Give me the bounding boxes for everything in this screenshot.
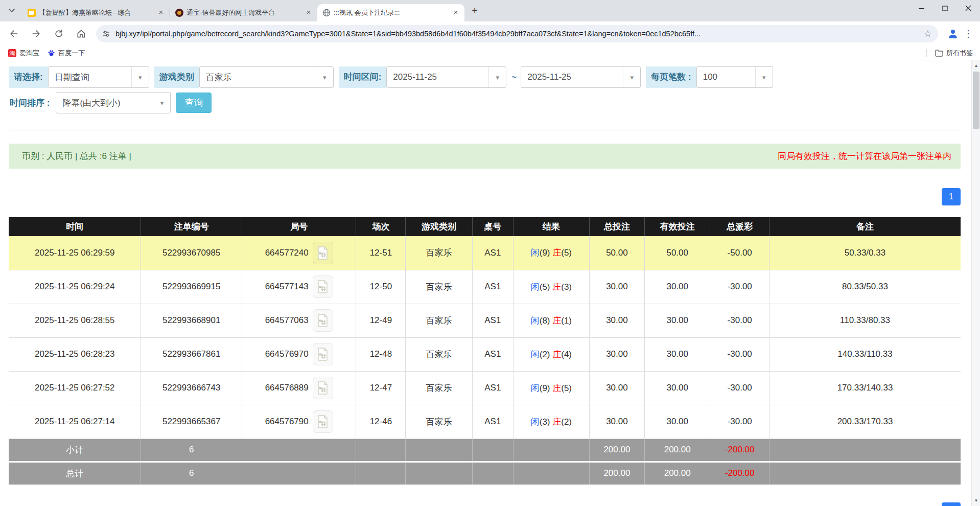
cell-table-no: AS1 (472, 371, 513, 405)
date-to-select[interactable]: 2025-11-25 ▾ (521, 66, 641, 88)
tab-close-icon[interactable]: × (156, 8, 166, 17)
table-row: 2025-11-25 06:27:52522993666743664576889… (9, 371, 961, 405)
all-bookmarks[interactable]: 所有书签 (926, 49, 980, 58)
cell-game-type: 百家乐 (406, 304, 472, 337)
cell-time: 2025-11-25 06:29:24 (9, 270, 141, 304)
bookmark-baidu[interactable]: 百度一下 (48, 49, 85, 58)
cell-bet-id: 522993669915 (141, 270, 242, 304)
cell-table-no: AS1 (472, 304, 513, 337)
cell-valid-bet: 50.00 (644, 236, 710, 270)
cell-payout: -30.00 (710, 337, 769, 371)
chevron-down-icon: ▾ (488, 67, 506, 87)
back-icon[interactable] (5, 25, 22, 42)
cell-session: 12-49 (356, 304, 406, 337)
cell-bet-id: 522993667861 (141, 337, 242, 371)
scroll-up-icon[interactable]: ▲ (972, 61, 980, 70)
browser-window: 【新提醒】海燕策略论坛 - 综合 × 通宝-信誉最好的网上游戏平台 × :::视… (0, 0, 980, 506)
reload-icon[interactable] (50, 25, 67, 42)
page-content: 请选择: 日期查询 ▾ 游戏类别 百家乐 ▾ 时间区间: 2025-11-25 … (0, 60, 980, 506)
profile-avatar[interactable] (945, 26, 961, 41)
column-header: 局号 (242, 217, 356, 236)
query-type-select[interactable]: 日期查询 ▾ (48, 66, 149, 88)
footer-valid-bet: 200.00 (644, 439, 710, 462)
video-replay-button[interactable] (313, 242, 333, 264)
game-type-select[interactable]: 百家乐 ▾ (199, 66, 334, 88)
page-size-label: 每页笔数 : (646, 66, 696, 88)
bookmarks-separator (926, 49, 927, 57)
filter-row-1: 请选择: 日期查询 ▾ 游戏类别 百家乐 ▾ 时间区间: 2025-11-25 … (9, 66, 961, 88)
baidu-paw-icon (48, 49, 55, 57)
cell-valid-bet: 30.00 (644, 371, 710, 405)
video-replay-button[interactable] (313, 275, 333, 298)
cell-valid-bet: 30.00 (644, 304, 710, 337)
cell-session: 12-51 (356, 236, 406, 270)
time-range-label: 时间区间: (339, 66, 387, 88)
cell-valid-bet: 30.00 (644, 337, 710, 371)
footer-empty-cell (406, 439, 472, 462)
maximize-button[interactable] (933, 0, 956, 16)
pagination-page-1[interactable]: 1 (942, 188, 961, 205)
video-replay-button[interactable] (313, 410, 333, 433)
cell-result: 闲(9) 庄(5) (513, 236, 589, 270)
table-row: 2025-11-25 06:29:24522993669915664577143… (9, 270, 961, 304)
cell-result: 闲(3) 庄(2) (513, 405, 589, 439)
browser-tab-1[interactable]: 【新提醒】海燕策略论坛 - 综合 × (22, 4, 170, 21)
scrollbar-thumb[interactable] (973, 72, 979, 129)
column-header: 时间 (9, 217, 141, 236)
sort-select[interactable]: 降幂(由大到小) ▾ (56, 92, 171, 113)
vertical-scrollbar[interactable]: ▲ ▼ (971, 60, 980, 506)
video-replay-button[interactable] (313, 343, 333, 365)
table-row: 2025-11-25 06:28:55522993668901664577063… (9, 304, 961, 337)
scroll-down-icon[interactable]: ▼ (972, 496, 980, 505)
date-from-select[interactable]: 2025-11-25 ▾ (386, 66, 506, 88)
cell-total-bet: 30.00 (589, 304, 644, 337)
cell-total-bet: 30.00 (589, 337, 644, 371)
browser-tab-2[interactable]: 通宝-信誉最好的网上游戏平台 × (170, 4, 317, 21)
footer-empty-cell (242, 462, 356, 485)
tab-search-chevron-icon[interactable] (4, 3, 19, 18)
search-button[interactable]: 查询 (176, 93, 212, 113)
browser-tab-3-active[interactable]: :::视讯 会员下注纪录::: × (317, 4, 464, 21)
table-row: 2025-11-25 06:27:14522993665367664576790… (9, 405, 961, 439)
url-text[interactable]: bjbj.xyz/ipl/portal.php/game/betrecord_s… (115, 30, 920, 38)
footer-empty-cell (406, 462, 472, 485)
bookmark-label: 百度一下 (58, 49, 85, 58)
home-icon[interactable] (73, 25, 90, 42)
cell-result: 闲(5) 庄(3) (513, 270, 589, 304)
column-header: 有效投注 (644, 217, 710, 236)
bookmark-label: 爱淘宝 (19, 49, 39, 58)
browser-menu-icon[interactable]: ⋮ (961, 26, 976, 41)
cell-table-no: AS1 (472, 236, 513, 270)
cell-game-type: 百家乐 (406, 405, 472, 439)
cell-payout: -30.00 (710, 371, 769, 405)
tab-close-icon[interactable]: × (304, 8, 313, 17)
cell-remark: 170.33/140.33 (769, 371, 961, 405)
footer-payout: -200.00 (710, 439, 769, 462)
footer-empty-cell (769, 462, 961, 485)
bookmarks-bar: 淘 爱淘宝 百度一下 所有书签 (0, 46, 980, 60)
tab-title: 通宝-信誉最好的网上游戏平台 (186, 8, 301, 17)
cell-round-id: 664577063 (242, 304, 356, 337)
tab-close-icon[interactable]: × (451, 8, 460, 17)
url-bar[interactable]: bjbj.xyz/ipl/portal.php/game/betrecord_s… (96, 25, 938, 42)
bookmark-star-icon[interactable]: ☆ (924, 28, 932, 39)
tab1-favicon-icon (28, 9, 36, 17)
new-tab-button[interactable]: + (468, 4, 482, 18)
video-replay-button[interactable] (313, 309, 333, 332)
tune-icon[interactable] (102, 30, 110, 38)
video-replay-button[interactable] (313, 377, 333, 399)
close-button[interactable] (956, 0, 980, 16)
cell-total-bet: 30.00 (589, 405, 644, 439)
cell-round-id: 664576970 (242, 337, 356, 371)
cell-table-no: AS1 (472, 337, 513, 371)
bookmark-taobao[interactable]: 淘 爱淘宝 (8, 49, 39, 58)
chevron-down-icon: ▾ (755, 67, 773, 87)
cell-game-type: 百家乐 (406, 236, 472, 270)
filter-panel: 请选择: 日期查询 ▾ 游戏类别 百家乐 ▾ 时间区间: 2025-11-25 … (9, 60, 961, 130)
minimize-button[interactable] (909, 0, 933, 16)
page-size-select[interactable]: 100 ▾ (696, 66, 773, 88)
tab-title: 【新提醒】海燕策略论坛 - 综合 (39, 8, 153, 17)
pagination-bottom-partial[interactable] (942, 502, 961, 506)
tab2-favicon-icon (175, 9, 183, 17)
forward-icon[interactable] (28, 25, 45, 42)
